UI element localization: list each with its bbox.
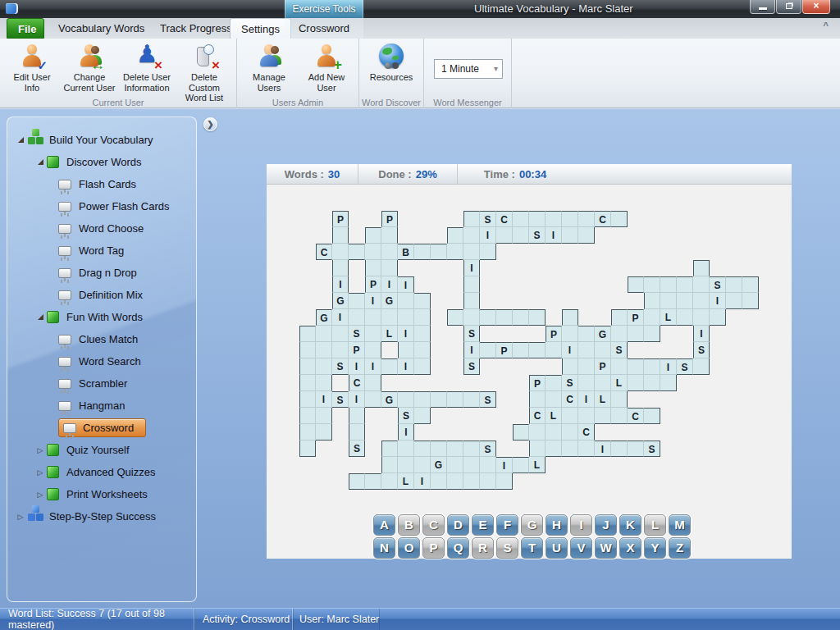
grid-cell[interactable] xyxy=(316,424,332,441)
grid-cell[interactable]: P xyxy=(381,211,398,227)
grid-cell[interactable]: C xyxy=(628,408,644,424)
grid-cell[interactable] xyxy=(529,441,546,457)
grid-cell[interactable] xyxy=(562,326,578,342)
grid-cell[interactable] xyxy=(365,309,381,326)
letter-button-S[interactable]: S xyxy=(496,537,518,559)
grid-cell[interactable] xyxy=(414,408,431,424)
grid-cell[interactable] xyxy=(513,227,529,244)
letter-button-Y[interactable]: Y xyxy=(644,537,666,559)
grid-cell[interactable]: P xyxy=(332,211,349,227)
grid-cell[interactable] xyxy=(513,424,529,441)
sidebar-item-word-tag[interactable]: Word Tag xyxy=(7,240,196,262)
grid-cell[interactable] xyxy=(611,441,628,457)
grid-cell[interactable]: P xyxy=(496,342,513,358)
grid-cell[interactable] xyxy=(611,358,628,375)
grid-cell[interactable]: S xyxy=(644,441,660,457)
grid-cell[interactable] xyxy=(578,408,595,424)
letter-button-C[interactable]: C xyxy=(422,514,445,536)
grid-cell[interactable]: S xyxy=(463,326,480,342)
grid-cell[interactable] xyxy=(332,244,349,260)
expander-closed-icon[interactable]: ▷ xyxy=(14,513,27,521)
grid-cell[interactable] xyxy=(628,441,644,457)
grid-cell[interactable] xyxy=(316,358,332,375)
grid-cell[interactable]: S xyxy=(710,276,726,293)
grid-cell[interactable]: I xyxy=(710,293,726,309)
grid-cell[interactable]: I xyxy=(562,342,578,358)
grid-cell[interactable] xyxy=(463,441,480,457)
resources-button[interactable]: Resources xyxy=(363,40,420,83)
grid-cell[interactable]: S xyxy=(398,408,414,424)
sidebar-item-word-search[interactable]: Word Search xyxy=(7,350,196,372)
grid-cell[interactable] xyxy=(398,391,414,408)
sidebar-item-fun-with-words[interactable]: Fun With Words xyxy=(7,306,196,328)
letter-button-G[interactable]: G xyxy=(521,514,543,536)
grid-cell[interactable] xyxy=(562,358,578,375)
grid-cell[interactable] xyxy=(414,309,431,326)
grid-cell[interactable]: I xyxy=(595,441,611,457)
grid-cell[interactable] xyxy=(562,309,578,326)
grid-cell[interactable] xyxy=(677,309,693,326)
grid-cell[interactable]: I xyxy=(349,358,365,375)
grid-cell[interactable] xyxy=(611,326,628,342)
grid-cell[interactable] xyxy=(381,244,398,260)
grid-cell[interactable]: L xyxy=(611,375,628,391)
letter-button-L[interactable]: L xyxy=(644,514,666,536)
restore-button[interactable] xyxy=(776,0,801,14)
letter-button-D[interactable]: D xyxy=(447,514,469,536)
grid-cell[interactable] xyxy=(299,358,316,375)
grid-cell[interactable]: I xyxy=(381,276,398,293)
grid-cell[interactable] xyxy=(726,276,742,293)
grid-cell[interactable]: S xyxy=(349,441,365,457)
grid-cell[interactable] xyxy=(644,408,660,424)
grid-cell[interactable] xyxy=(381,441,398,457)
letter-button-Q[interactable]: Q xyxy=(447,537,469,559)
grid-cell[interactable] xyxy=(578,326,595,342)
grid-cell[interactable]: G xyxy=(381,293,398,309)
grid-cell[interactable]: C xyxy=(562,391,578,408)
grid-cell[interactable] xyxy=(414,342,431,358)
grid-cell[interactable] xyxy=(447,309,463,326)
grid-cell[interactable]: S xyxy=(332,358,349,375)
letter-button-J[interactable]: J xyxy=(595,514,617,536)
grid-cell[interactable] xyxy=(529,342,546,358)
grid-cell[interactable] xyxy=(693,293,710,309)
expander-open-icon[interactable] xyxy=(14,137,27,143)
grid-cell[interactable] xyxy=(316,375,332,391)
grid-cell[interactable] xyxy=(381,358,398,375)
delete-custom-word-list-button[interactable]: ×Delete Custom Word List xyxy=(176,40,233,103)
grid-cell[interactable]: I xyxy=(365,358,381,375)
grid-cell[interactable] xyxy=(742,293,759,309)
grid-cell[interactable]: I xyxy=(332,309,349,326)
grid-cell[interactable]: L xyxy=(595,391,611,408)
grid-cell[interactable] xyxy=(463,244,480,260)
letter-button-B[interactable]: B xyxy=(398,514,420,536)
sidebar-item-flash-cards[interactable]: Flash Cards xyxy=(7,173,196,195)
grid-cell[interactable] xyxy=(381,260,398,276)
grid-cell[interactable] xyxy=(365,260,381,276)
grid-cell[interactable] xyxy=(677,293,693,309)
grid-cell[interactable] xyxy=(644,375,660,391)
grid-cell[interactable] xyxy=(496,227,513,244)
grid-cell[interactable] xyxy=(431,441,447,457)
grid-cell[interactable] xyxy=(365,244,381,260)
letter-button-M[interactable]: M xyxy=(669,514,691,536)
grid-cell[interactable]: S xyxy=(693,342,710,358)
grid-cell[interactable] xyxy=(365,391,381,408)
grid-cell[interactable] xyxy=(480,473,496,490)
grid-cell[interactable]: S xyxy=(480,441,496,457)
grid-cell[interactable] xyxy=(693,309,710,326)
grid-cell[interactable] xyxy=(414,326,431,342)
grid-cell[interactable] xyxy=(299,326,316,342)
grid-cell[interactable]: P xyxy=(628,309,644,326)
grid-cell[interactable] xyxy=(513,342,529,358)
sidebar-collapse-button[interactable]: ❯ xyxy=(203,117,217,131)
grid-cell[interactable]: C xyxy=(316,244,332,260)
grid-cell[interactable] xyxy=(447,457,463,473)
grid-cell[interactable] xyxy=(546,424,562,441)
grid-cell[interactable] xyxy=(316,408,332,424)
grid-cell[interactable]: S xyxy=(480,391,496,408)
grid-cell[interactable]: I xyxy=(349,391,365,408)
letter-button-P[interactable]: P xyxy=(422,537,445,559)
letter-button-E[interactable]: E xyxy=(472,514,494,536)
letter-button-O[interactable]: O xyxy=(398,537,420,559)
